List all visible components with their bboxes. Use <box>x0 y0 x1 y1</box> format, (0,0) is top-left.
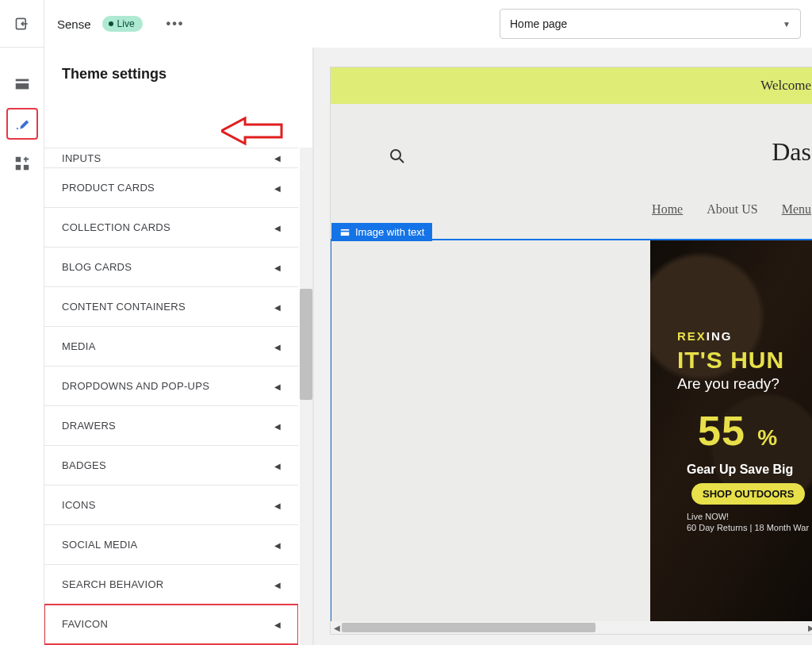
store-logo: Das <box>772 137 811 167</box>
theme-name: Sense <box>57 17 91 31</box>
nav-home[interactable]: Home <box>652 202 683 217</box>
promo-fineprint-2: 60 Day Returns | 18 Month War <box>687 523 809 532</box>
settings-item-badges[interactable]: BADGES◀ <box>44 446 298 486</box>
more-menu[interactable]: ••• <box>167 17 185 31</box>
promo-discount: 55 % <box>698 407 778 455</box>
settings-item-inputs[interactable]: INPUTS◀ <box>44 148 298 168</box>
collapse-icon: ◀ <box>274 382 281 390</box>
collapse-icon: ◀ <box>274 501 281 509</box>
promo-fineprint-1: Live NOW! <box>687 512 729 521</box>
sections-tab[interactable] <box>6 68 38 100</box>
svg-rect-1 <box>15 79 29 82</box>
annotation-arrow-icon <box>221 114 283 148</box>
paintbrush-icon <box>13 115 31 132</box>
scroll-right-icon[interactable]: ▶ <box>805 621 812 634</box>
promo-headline: IT'S HUN <box>677 347 784 374</box>
caret-down-icon: ▼ <box>783 20 791 29</box>
collapse-icon: ◀ <box>274 540 281 549</box>
collapse-icon: ◀ <box>274 302 281 311</box>
section-icon <box>339 227 350 238</box>
svg-rect-8 <box>341 232 350 236</box>
settings-item-social-media[interactable]: SOCIAL MEDIA◀ <box>44 525 298 565</box>
settings-panel: Theme settings INPUTS◀ PRODUCT CARDS◀ CO… <box>44 48 314 645</box>
promo-cta-button: SHOP OUTDOORS <box>691 483 805 505</box>
page-select[interactable]: Home page ▼ <box>500 9 801 39</box>
add-blocks-icon <box>13 155 31 172</box>
preview-canvas: Welcome Das Home About US Menu Image wit… <box>314 48 812 645</box>
settings-list: INPUTS◀ PRODUCT CARDS◀ COLLECTION CARDS◀… <box>44 148 298 645</box>
left-rail <box>0 48 44 645</box>
apps-tab[interactable] <box>6 148 38 179</box>
collapse-icon: ◀ <box>274 580 281 589</box>
nav-menu[interactable]: Menu <box>782 202 811 217</box>
settings-item-collection-cards[interactable]: COLLECTION CARDS◀ <box>44 208 298 248</box>
settings-item-icons[interactable]: ICONS◀ <box>44 486 298 525</box>
settings-item-dropdowns-popups[interactable]: DROPDOWNS AND POP-UPS◀ <box>44 367 298 406</box>
collapse-icon: ◀ <box>274 154 281 163</box>
image-with-text-section[interactable]: REXING IT'S HUN Are you ready? 55 % Gear… <box>331 240 812 621</box>
storefront-frame: Welcome Das Home About US Menu Image wit… <box>330 67 812 635</box>
panel-title: Theme settings <box>62 66 167 83</box>
promo-subhead: Are you ready? <box>677 375 779 393</box>
sections-icon <box>13 75 31 93</box>
theme-settings-tab[interactable] <box>6 108 38 140</box>
collapse-icon: ◀ <box>274 342 281 351</box>
storefront-nav: Home About US Menu <box>331 202 812 217</box>
settings-item-blog-cards[interactable]: BLOG CARDS◀ <box>44 248 298 287</box>
nav-about[interactable]: About US <box>707 202 757 217</box>
exit-button[interactable] <box>0 0 44 48</box>
settings-item-drawers[interactable]: DRAWERS◀ <box>44 406 298 446</box>
collapse-icon: ◀ <box>274 223 281 232</box>
collapse-icon: ◀ <box>274 620 281 628</box>
collapse-icon: ◀ <box>274 461 281 470</box>
announcement-bar: Welcome <box>331 67 812 104</box>
storefront-header: Das Home About US Menu <box>331 104 812 221</box>
settings-item-media[interactable]: MEDIA◀ <box>44 327 298 367</box>
exit-icon <box>14 16 30 32</box>
settings-item-product-cards[interactable]: PRODUCT CARDS◀ <box>44 168 298 208</box>
section-label[interactable]: Image with text <box>331 223 432 241</box>
search-icon[interactable] <box>388 147 407 169</box>
panel-scrollbar-thumb[interactable] <box>300 289 312 400</box>
promo-tagline: Gear Up Save Big <box>687 463 793 477</box>
settings-item-content-containers[interactable]: CONTENT CONTAINERS◀ <box>44 287 298 327</box>
svg-rect-3 <box>15 157 20 162</box>
svg-rect-7 <box>341 228 350 230</box>
svg-rect-4 <box>15 165 20 170</box>
h-scrollbar-thumb[interactable] <box>342 623 596 632</box>
collapse-icon: ◀ <box>274 183 281 192</box>
collapse-icon: ◀ <box>274 421 281 430</box>
page-select-value: Home page <box>510 17 567 30</box>
promo-image: REXING IT'S HUN Are you ready? 55 % Gear… <box>650 240 812 621</box>
promo-brand: REXING <box>677 329 733 343</box>
live-badge: Live <box>102 16 143 32</box>
settings-item-favicon[interactable]: FAVICON◀ <box>44 605 298 644</box>
collapse-icon: ◀ <box>274 263 281 271</box>
svg-rect-2 <box>15 83 29 89</box>
svg-point-6 <box>391 150 400 159</box>
svg-rect-5 <box>23 165 28 170</box>
settings-item-search-behavior[interactable]: SEARCH BEHAVIOR◀ <box>44 565 298 605</box>
preview-h-scrollbar[interactable]: ◀ ▶ <box>331 621 812 634</box>
